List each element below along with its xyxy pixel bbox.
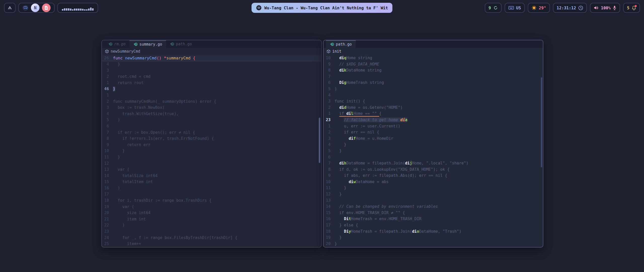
code-line[interactable]: 16 DitHomeTrash = env.HOME_TRASH_DIR [324, 216, 543, 222]
keyboard-layout-widget[interactable]: US [505, 3, 525, 13]
breadcrumb[interactable]: newSummaryCmd [102, 48, 321, 55]
line-number: 13 [324, 197, 335, 204]
code-line[interactable]: 4 } [324, 142, 543, 148]
tab-path.go[interactable]: path.go [326, 40, 356, 48]
code-line[interactable]: 14 totalSize int64 [102, 173, 321, 179]
code-line[interactable]: 13 [324, 197, 543, 204]
code-line[interactable]: 24 for _, f := range box.FilesByTrashDir… [102, 235, 321, 241]
code-line[interactable]: 22 ) [102, 222, 321, 228]
code-line[interactable]: 9 return err [102, 142, 321, 148]
scrollbar[interactable] [319, 118, 320, 163]
n-app-icon[interactable]: N [31, 4, 39, 12]
browser-app-icon[interactable] [22, 5, 28, 11]
code-area[interactable]: 10 diqHome string9 // $XDG_DATA_HOME8 di… [324, 55, 543, 247]
code-line[interactable]: 16 ) [102, 185, 321, 191]
code-line[interactable]: 5 } [324, 148, 543, 154]
editor-pane-right[interactable]: path.go init 10 diqHome string9 // $XDG_… [323, 40, 543, 248]
launcher-button[interactable] [4, 3, 16, 13]
code-line[interactable]: 2 if err == nil { [324, 129, 543, 135]
code-line[interactable]: 15 totalItem int [102, 179, 321, 185]
code-line[interactable]: 19 } [324, 234, 543, 241]
code-line[interactable]: 11 } [324, 185, 543, 191]
code-line[interactable]: 7 if err := box.Open(); err ≠ nil { [102, 129, 321, 136]
bar-center-group: Wu-Tang Clan - Wu-Tang Clan Ain't Nuthin… [252, 3, 392, 13]
code-line[interactable]: 5 ) [102, 117, 321, 123]
code-line[interactable]: 17 [102, 191, 321, 197]
tab-path.go[interactable]: path.go [166, 40, 196, 48]
code-line[interactable]: 7 [324, 74, 543, 80]
code-line[interactable]: 10 diqHome string [324, 55, 543, 61]
line-number: 11 [102, 154, 113, 160]
code-line[interactable]: 8 dikDataHome string [324, 67, 543, 74]
code-line[interactable]: 1 u, err := user.Current() [324, 123, 543, 129]
code-line[interactable]: 20} [324, 241, 543, 247]
code-line[interactable]: 46} [102, 86, 321, 92]
code-line[interactable]: 1 if dilHome == "" { [324, 111, 543, 117]
audio-visualizer-widget[interactable] [57, 3, 98, 13]
code-line[interactable]: 13 var ( [102, 166, 321, 173]
notifications-widget[interactable]: 5 [623, 3, 640, 13]
code-line[interactable]: 8 if !errors.Is(err, trash.ErrNotFound) … [102, 135, 321, 142]
code-line[interactable]: 6 DigHomeTrash string [324, 80, 543, 86]
code-line[interactable]: 12 [102, 160, 321, 167]
audio-visualizer [62, 5, 94, 11]
line-number: 6 [324, 154, 335, 160]
visualizer-bar [78, 9, 79, 11]
code-line[interactable]: 6 [102, 123, 321, 129]
code-line[interactable]: 17 } else { [324, 222, 543, 228]
code-area[interactable]: 4 }32 root.cmd = cmd1 return root46}12fu… [102, 61, 321, 247]
breadcrumb[interactable]: init [324, 48, 543, 55]
code-line[interactable]: 23 // fallback to get home dia [324, 117, 543, 123]
code-line[interactable]: 1 [102, 92, 321, 98]
temperature-value: 29° [539, 6, 546, 10]
visualizer-bar [76, 9, 77, 11]
tab-summary.go[interactable]: summary.go [130, 40, 166, 48]
code-line[interactable]: 4 } [102, 61, 321, 67]
code-line[interactable]: 3 difHome = u.HomeDir [324, 135, 543, 142]
code-line[interactable]: 7 dihDataHome = filepath.Join(dijHome, "… [324, 160, 543, 166]
media-player-widget[interactable]: Wu-Tang Clan - Wu-Tang Clan Ain't Nuthin… [252, 3, 392, 13]
code-line[interactable]: 9 if abs, err := filepath.Abs(d); err ==… [324, 173, 543, 179]
code-line[interactable]: 18 for i, trashDir := range box.TrashDir… [102, 197, 321, 204]
updates-widget[interactable]: 9 [485, 3, 502, 13]
context-line[interactable]: 26func newSummaryCmd() *summaryCmd { [102, 55, 321, 61]
weather-widget[interactable]: 29° [528, 3, 550, 13]
code-line[interactable]: 14 // Can be changed by environment vari… [324, 203, 543, 210]
code-line[interactable]: 8 if d, ok := os.LookupEnv("XDG_DATA_HOM… [324, 166, 543, 173]
code-line[interactable]: 10 } [102, 148, 321, 154]
code-line[interactable]: 6 [324, 154, 543, 160]
code-line[interactable]: 10 diwDataHome = abs [324, 179, 543, 185]
code-line[interactable]: 3 box := trash.NewBox( [102, 105, 321, 111]
code-line[interactable]: 3func init() { [324, 98, 543, 105]
code-line[interactable]: 15 if env.HOME_TRASH_DIR ≠ "" { [324, 210, 543, 216]
code-line[interactable]: 4 trash.WithGetSize(true), [102, 111, 321, 117]
code-line[interactable]: 3 [102, 67, 321, 74]
code-line[interactable]: 12 } [324, 191, 543, 197]
code-line[interactable]: 4 [324, 92, 543, 98]
code-line[interactable]: 2 root.cmd = cmd [102, 74, 321, 80]
audio-widget[interactable]: 100% [590, 3, 620, 13]
editor-pane-left[interactable]: rm.gosummary.gopath.go newSummaryCmd 26f… [101, 40, 322, 248]
tab-rm.go[interactable]: rm.go [104, 40, 130, 48]
document-app-icon[interactable] [42, 4, 51, 12]
code-line[interactable]: 25 item++ [102, 241, 321, 247]
code-line[interactable]: 2func summaryCmdRun(_ summaryOptions) er… [102, 98, 321, 105]
scrollbar[interactable] [541, 77, 542, 167]
line-number: 3 [102, 67, 113, 74]
code-line[interactable]: 11 } [102, 154, 321, 160]
code-line[interactable]: 20 size int64 [102, 210, 321, 216]
code-line[interactable]: 2 didHome = os.Getenv("HOME") [324, 105, 543, 111]
code-line[interactable]: 9 // $XDG_DATA_HOME [324, 61, 543, 67]
line-number: 1 [324, 111, 335, 117]
code-line[interactable]: 5) [324, 86, 543, 92]
code-line[interactable]: 1 return root [102, 80, 321, 86]
code-line[interactable]: 21 item int [102, 216, 321, 222]
line-number: 5 [102, 117, 113, 123]
clock-widget[interactable]: 12:31:12 [553, 3, 587, 13]
clock-value: 12:31:12 [557, 6, 576, 10]
line-number: 21 [102, 216, 113, 222]
code-line[interactable]: 19 var ( [102, 204, 321, 210]
code-line[interactable]: 23 [102, 228, 321, 235]
code-line[interactable]: 18 DiyHomeTrash = filepath.Join(dioDataH… [324, 228, 543, 235]
line-number: 14 [102, 173, 113, 179]
